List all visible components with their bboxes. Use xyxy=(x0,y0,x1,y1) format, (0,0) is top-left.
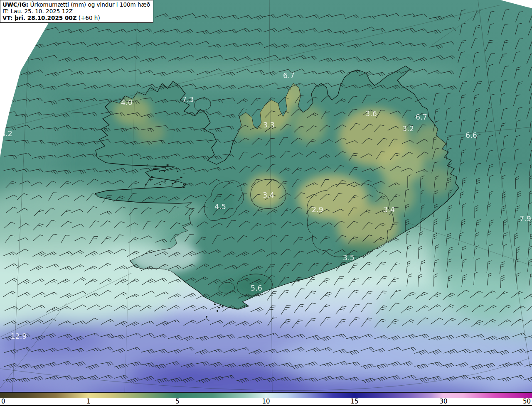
island-speck xyxy=(184,173,185,174)
precip-value-label: 7.9 xyxy=(520,215,531,223)
colorbar-tick-0: 0 xyxy=(1,398,5,405)
colorbar-gradient xyxy=(0,392,532,398)
island-speck xyxy=(169,187,170,187)
product-description: Úrkomumætti (mm) og vindur i 100m hæð xyxy=(28,1,150,8)
island-speck xyxy=(217,310,218,312)
island-speck xyxy=(160,184,161,185)
forecast-lead: (+60 h) xyxy=(76,15,100,21)
map-area: 6.74.07.33.66.73.26.68.23.33.44.52.93.47… xyxy=(0,0,532,392)
precip-value-label: 6.7 xyxy=(416,113,427,121)
island-speck xyxy=(177,171,178,172)
island-speck xyxy=(147,165,148,166)
precip-value-label: 4.0 xyxy=(121,98,133,107)
island-speck xyxy=(165,181,166,182)
precip-colorbar: 01510153050 xyxy=(0,392,532,406)
precip-value-label: 2.9 xyxy=(312,205,323,214)
precip-value-label: 3.4 xyxy=(383,205,395,214)
product-id: UWC/IG: xyxy=(2,1,28,8)
island-speck xyxy=(172,183,173,184)
island-speck xyxy=(222,305,224,307)
precip-value-label: 3.2 xyxy=(402,125,414,133)
precip-value-label: 3.4 xyxy=(263,191,274,199)
island-speck xyxy=(148,174,148,174)
island-speck xyxy=(183,184,185,185)
colorbar-tick-labels: 01510153050 xyxy=(0,398,532,406)
weather-map: 6.74.07.33.66.73.26.68.23.33.44.52.93.47… xyxy=(0,0,532,392)
precip-value-label: 3.5 xyxy=(343,254,355,262)
island-speck xyxy=(206,316,207,318)
island-speck xyxy=(146,166,148,166)
island-speck xyxy=(180,177,182,178)
precip-value-label: 5.6 xyxy=(251,284,262,292)
island-speck xyxy=(159,171,160,172)
colorbar-tick-50: 50 xyxy=(523,398,531,405)
island-speck xyxy=(176,167,177,168)
island-speck xyxy=(167,164,169,166)
island-speck xyxy=(155,166,157,167)
island-speck xyxy=(183,187,185,188)
island-speck xyxy=(151,176,153,177)
map-title-line: UWC/IG: Úrkomumætti (mm) og vindur i 100… xyxy=(2,1,150,8)
island-speck xyxy=(150,180,151,181)
valid-time-line: VT: þri. 28.10.2025 00Z (+60 h) xyxy=(2,15,150,21)
colorbar-tick-15: 15 xyxy=(350,398,358,405)
map-title-box: UWC/IG: Úrkomumætti (mm) og vindur i 100… xyxy=(0,0,153,23)
precip-value-label: 4.5 xyxy=(214,203,226,211)
island-speck xyxy=(164,171,165,172)
colorbar-tick-10: 10 xyxy=(262,398,270,405)
precip-value-label: 3.3 xyxy=(263,121,275,129)
init-time-line: IT: Lau. 25. 10. 2025 12Z xyxy=(2,8,150,15)
colorbar-tick-5: 5 xyxy=(175,398,180,405)
weather-forecast-map-page: 6.74.07.33.66.73.26.68.23.33.44.52.93.47… xyxy=(0,0,532,406)
valid-time: VT: þri. 28.10.2025 00Z xyxy=(2,15,76,21)
island-speck xyxy=(214,303,216,305)
precip-value-label: 7.3 xyxy=(182,95,194,104)
precip-value-label: 6.7 xyxy=(283,71,295,80)
precip-value-label: 12.9 xyxy=(11,332,27,340)
colorbar-tick-1: 1 xyxy=(86,398,91,405)
precip-value-label: 6.6 xyxy=(466,131,477,139)
island-speck xyxy=(218,307,220,308)
precip-value-label: 3.6 xyxy=(365,110,377,118)
colorbar-tick-30: 30 xyxy=(439,398,447,405)
island-speck xyxy=(148,175,149,176)
